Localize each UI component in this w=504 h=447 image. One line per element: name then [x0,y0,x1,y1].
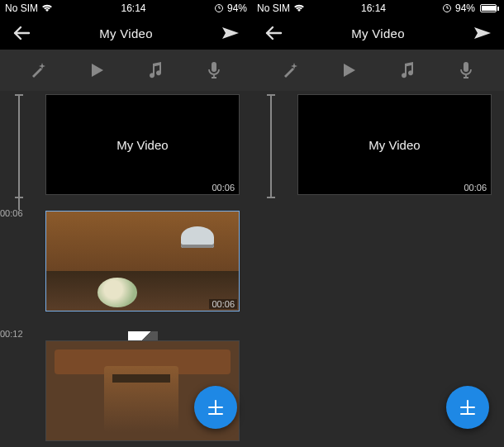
send-button[interactable] [219,21,242,45]
carrier-label: No SIM [5,2,38,14]
send-button[interactable] [471,21,494,45]
wifi-icon [41,4,53,12]
nav-bar: My Video [252,17,504,50]
svg-rect-1 [212,62,216,72]
music-button[interactable] [139,54,172,87]
back-button[interactable] [262,21,285,45]
status-bar: No SIM 16:14 94% [0,0,252,17]
status-bar: No SIM 16:14 94% [252,0,504,17]
clip-video-1[interactable]: 00:06 [45,211,240,311]
bracket-line-icon [270,94,272,197]
time-marker-2: 00:12 [0,329,23,339]
clip-title-card[interactable]: My Video 00:06 [297,94,492,195]
add-clip-button[interactable] [194,386,237,429]
mic-button[interactable] [449,54,483,87]
clip-title-card[interactable]: My Video 00:06 [45,94,240,195]
toolbar [252,50,504,91]
clock-label: 16:14 [121,2,145,14]
bracket-bottom-icon [15,197,23,198]
battery-text: 94% [455,2,475,14]
thumbnail-object [104,366,178,432]
battery-text: 94% [227,2,247,14]
page-title: My Video [99,26,153,40]
nav-bar: My Video [0,17,252,50]
thumbnail-object [181,226,214,248]
thumbnail-object [97,278,137,307]
time-marker-1: 00:06 [0,208,23,218]
clip-duration-label: 00:06 [209,183,237,193]
timeline-editor[interactable]: My Video 00:06 [252,91,504,447]
clip-title-label: My Video [116,138,168,152]
clip-duration-label: 00:06 [209,299,237,309]
add-clip-button[interactable] [446,386,489,429]
mic-button[interactable] [197,54,231,87]
alarm-icon [442,3,452,13]
battery-fill [482,6,496,11]
svg-rect-3 [464,62,468,72]
effects-button[interactable] [21,54,55,87]
timeline-editor[interactable]: 00:06 00:12 My Video 00:06 00:06 [0,91,252,447]
page-title: My Video [351,26,405,40]
editor-pane-left: No SIM 16:14 94% My Video [0,0,252,447]
battery-icon [478,4,499,12]
wifi-icon [293,4,305,12]
bracket-bottom-icon [267,197,275,198]
back-button[interactable] [10,21,33,45]
effects-button[interactable] [273,54,307,87]
carrier-label: No SIM [257,2,290,14]
clock-label: 16:14 [361,2,386,14]
music-button[interactable] [391,54,424,87]
clip-duration-label: 00:06 [461,183,489,193]
play-button[interactable] [332,54,365,87]
editor-pane-right: No SIM 16:14 94% My Video [252,0,504,447]
toolbar [0,50,252,91]
bracket-line-icon [18,94,20,210]
alarm-icon [214,3,224,13]
play-button[interactable] [80,54,113,87]
clip-title-label: My Video [368,138,420,152]
